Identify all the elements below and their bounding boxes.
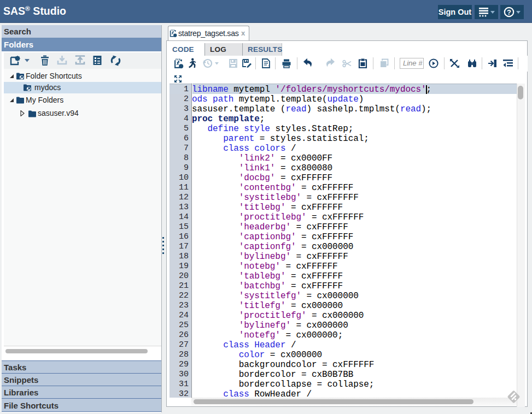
svg-text:?: ?	[507, 8, 511, 16]
svg-text:;: ;	[267, 64, 270, 69]
